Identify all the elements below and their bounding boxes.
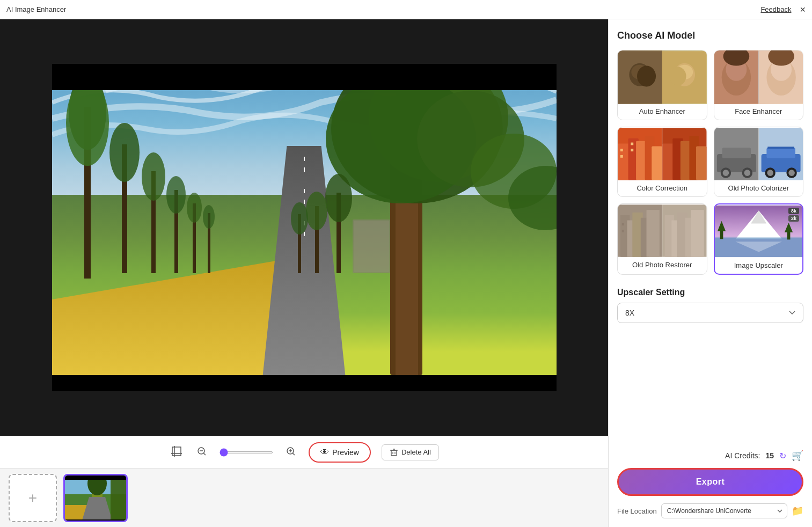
svg-rect-114 [622,230,624,232]
svg-point-97 [744,170,750,176]
toolbar: 👁 Preview Delete All [0,436,608,468]
preview-button[interactable]: 👁 Preview [309,442,371,463]
svg-rect-42 [391,450,397,456]
main-scene [52,64,557,391]
svg-rect-113 [622,223,624,225]
export-button[interactable]: Export [617,468,803,496]
svg-point-95 [722,170,729,176]
svg-point-104 [788,170,795,176]
delete-all-label: Delete All [401,448,431,456]
auto-enhancer-img [618,50,707,104]
title-bar-left: AI Image Enhancer [6,5,66,13]
svg-rect-89 [696,146,706,180]
black-bar-top [52,64,557,90]
app-title: AI Image Enhancer [6,5,66,13]
svg-rect-93 [722,148,751,158]
model-thumb-auto-enhancer [618,50,707,104]
model-grid: Auto Enhancer [617,50,803,275]
upscaler-section-title: Upscaler Setting [617,288,803,297]
face-enhancer-img [714,50,803,104]
preview-label: Preview [332,448,359,457]
svg-rect-83 [631,149,633,151]
upscaler-badges: 8k 2k [788,208,799,222]
svg-rect-79 [652,146,662,180]
svg-rect-112 [647,210,660,257]
delete-all-button[interactable]: Delete All [382,444,439,460]
black-bar-bottom [52,375,557,392]
thumb-scene-svg [65,475,128,522]
zoom-out-button[interactable] [195,444,209,460]
upscaler-section: Upscaler Setting 8X 4X 2X 1X [617,288,803,323]
zoom-in-button[interactable] [284,444,298,460]
upscaler-select[interactable]: 8X 4X 2X 1X [617,303,803,323]
svg-rect-105 [767,147,794,149]
svg-rect-82 [631,143,633,145]
old-photo-restorer-svg [618,204,707,258]
face-enhancer-svg [714,50,803,104]
model-card-old-photo-restorer[interactable]: Old Photo Restorer [617,203,707,275]
model-card-old-photo-colorizer[interactable]: Old Photo Colorizer [714,127,804,197]
zoom-out-icon [197,447,207,456]
title-bar: AI Image Enhancer Feedback × [0,0,812,19]
right-panel: Choose AI Model [608,19,812,527]
refresh-button[interactable]: ↻ [779,451,786,461]
model-card-color-correction[interactable]: Color Correction [617,127,707,197]
svg-point-64 [669,67,686,86]
image-viewport [0,19,608,436]
zoom-slider[interactable] [220,451,273,453]
model-thumb-old-photo-colorizer [714,127,803,181]
badge-2k: 2k [788,215,799,222]
model-thumb-image-upscaler: 8k 2k [715,204,803,258]
svg-rect-56 [65,519,128,522]
file-location-select[interactable]: C:\Wondershare UniConverte [661,503,787,518]
thumbnail-1[interactable] [63,474,128,522]
model-label-old-photo-colorizer: Old Photo Colorizer [714,181,803,192]
svg-rect-32 [172,447,181,456]
svg-line-41 [293,453,295,455]
old-photo-colorizer-svg [714,127,803,181]
feedback-link[interactable]: Feedback [760,5,791,13]
svg-line-37 [204,453,206,455]
trash-icon [390,448,398,457]
color-correction-svg [618,127,707,181]
model-section-title: Choose AI Model [617,30,803,41]
svg-rect-100 [766,148,795,158]
credits-row: AI Credits: 15 ↻ 🛒 [617,450,803,462]
close-button[interactable]: × [800,5,806,14]
zoom-in-icon [286,447,296,456]
bottom-section: AI Credits: 15 ↻ 🛒 Export File Location … [617,450,803,518]
credits-count: 15 [765,451,774,460]
canvas-area: 👁 Preview Delete All + [0,19,608,527]
eye-icon: 👁 [320,448,329,457]
model-label-auto-enhancer: Auto Enhancer [618,104,707,115]
model-thumb-color-correction [618,127,707,181]
crop-tool-button[interactable] [169,444,184,461]
folder-button[interactable]: 📁 [792,505,803,517]
model-label-face-enhancer: Face Enhancer [714,104,803,115]
svg-rect-55 [65,475,128,480]
thumbnail-scene [65,475,126,521]
credits-label: AI Credits: [725,451,760,460]
cart-button[interactable]: 🛒 [792,450,803,462]
svg-point-61 [637,66,656,87]
svg-rect-80 [620,149,623,151]
badge-8k: 8k [788,208,799,214]
model-thumb-old-photo-restorer [618,204,707,258]
crop-icon [171,446,182,457]
model-thumb-face-enhancer [714,50,803,104]
title-bar-right: Feedback × [760,5,806,14]
svg-point-102 [767,170,773,176]
main-layout: 👁 Preview Delete All + [0,19,812,527]
filmstrip: + [0,468,608,527]
svg-rect-120 [691,210,704,257]
file-location-label: File Location [617,507,657,515]
model-card-image-upscaler[interactable]: 8k 2k Image Upscaler [714,203,804,275]
model-label-color-correction: Color Correction [618,181,707,192]
file-location-row: File Location C:\Wondershare UniConverte… [617,503,803,518]
svg-rect-81 [620,155,623,158]
model-card-auto-enhancer[interactable]: Auto Enhancer [617,50,707,120]
svg-rect-54 [111,475,128,522]
model-label-old-photo-restorer: Old Photo Restorer [618,258,707,269]
add-image-button[interactable]: + [9,474,57,522]
model-card-face-enhancer[interactable]: Face Enhancer [714,50,804,120]
